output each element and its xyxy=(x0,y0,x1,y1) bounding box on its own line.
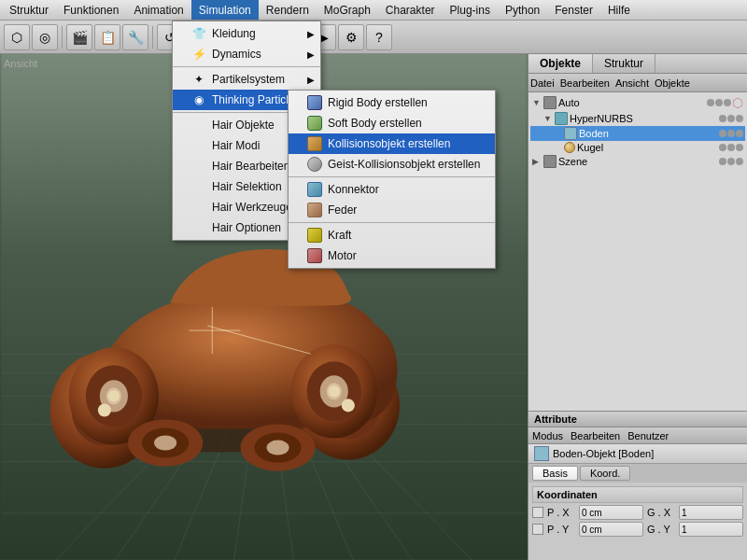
menu-struktur[interactable]: Struktur xyxy=(2,0,56,20)
soft-body-icon xyxy=(307,116,322,131)
tree-item-kugel[interactable]: Kugel xyxy=(530,141,745,154)
dd-konnektor[interactable]: Konnektor xyxy=(289,179,495,200)
attr-tab-koord[interactable]: Koord. xyxy=(580,466,630,481)
tree-expand-auto: ▼ xyxy=(532,98,542,107)
menu-mograph[interactable]: MoGraph xyxy=(317,0,378,20)
dd-hair-bearbeiten-label: Hair Bearbeiten xyxy=(212,160,289,173)
obj-toolbar-objekte[interactable]: Objekte xyxy=(655,77,690,89)
dd-motor[interactable]: Motor xyxy=(289,245,495,266)
menu-rendern[interactable]: Rendern xyxy=(259,0,317,20)
tree-extra-auto: ⬡ xyxy=(732,95,743,110)
toolbar-btn-4[interactable]: 📋 xyxy=(94,24,120,50)
toolbar-btn-2[interactable]: ◎ xyxy=(32,24,58,50)
attr-row-px: P . X 0 cm G . X 1 xyxy=(532,505,743,520)
attr-toolbar-benutzer[interactable]: Benutzer xyxy=(627,430,669,441)
obj-toolbar-ansicht[interactable]: Ansicht xyxy=(615,77,649,89)
attr-check-px[interactable] xyxy=(532,507,543,518)
attr-input-gy[interactable]: 1 xyxy=(679,522,743,537)
rigid-body-icon xyxy=(307,95,322,110)
attr-input-gx[interactable]: 1 xyxy=(679,505,743,520)
toolbar-sep-1 xyxy=(62,26,63,49)
attr-section-koordinaten: Koordinaten xyxy=(532,486,743,503)
tree-icons-kugel xyxy=(719,144,743,151)
dd-soft-body[interactable]: Soft Body erstellen xyxy=(289,113,495,133)
attr-tab-basis[interactable]: Basis xyxy=(532,466,578,481)
toolbar-btn-1[interactable]: ⬡ xyxy=(4,24,30,50)
dd-partikelsystem[interactable]: ✦ Partikelsystem ▶ xyxy=(173,69,320,90)
toolbar-btn-5[interactable]: 🔧 xyxy=(122,24,148,50)
attr-toolbar-bearbeiten[interactable]: Bearbeiten xyxy=(571,430,620,441)
toolbar-btn-3[interactable]: 🎬 xyxy=(66,24,92,50)
tree-item-boden[interactable]: Boden xyxy=(530,126,745,141)
dot2 xyxy=(727,144,735,151)
dd-geist[interactable]: Geist-Kollisionsobjekt erstellen xyxy=(289,154,495,175)
obj-toolbar-datei[interactable]: Datei xyxy=(530,77,555,89)
dd-hair-modi-label: Hair Modi xyxy=(212,139,260,152)
menu-charakter[interactable]: Charakter xyxy=(378,0,443,20)
kollision-icon xyxy=(307,136,322,151)
tree-icons-boden xyxy=(719,130,743,137)
attr-input-px[interactable]: 0 cm xyxy=(579,505,643,520)
menu-fenster[interactable]: Fenster xyxy=(547,0,600,20)
tree-icons-auto: ⬡ xyxy=(707,95,743,110)
sub-sep1 xyxy=(289,176,495,177)
dd-partikelsystem-label: Partikelsystem xyxy=(212,73,285,86)
attr-panel-title: Attribute xyxy=(529,412,747,427)
obj-toolbar-bearbeiten[interactable]: Bearbeiten xyxy=(560,77,610,89)
tree-icons-nurbs xyxy=(719,115,743,122)
attr-object-icon xyxy=(534,446,549,461)
attr-label-py: P . Y xyxy=(547,524,575,535)
partikelsystem-icon: ✦ xyxy=(191,72,206,87)
menu-funktionen[interactable]: Funktionen xyxy=(56,0,126,20)
toolbar-btn-settings[interactable]: ⚙ xyxy=(338,24,364,50)
dd-feder[interactable]: Feder xyxy=(289,200,495,220)
dot2 xyxy=(715,99,723,106)
obj-panel-toolbar: Datei Bearbeiten Ansicht Objekte xyxy=(529,74,747,92)
dd-soft-body-label: Soft Body erstellen xyxy=(328,117,422,130)
attr-input-py[interactable]: 0 cm xyxy=(579,522,643,537)
dd-hair-selektion-label: Hair Selektion xyxy=(212,180,282,193)
menu-animation[interactable]: Animation xyxy=(126,0,190,20)
tab-objekte[interactable]: Objekte xyxy=(529,54,593,73)
tree-label-nurbs: HyperNURBS xyxy=(570,113,717,124)
right-panel: Objekte Struktur Datei Bearbeiten Ansich… xyxy=(528,54,747,560)
dynamics-arrow: ▶ xyxy=(307,49,315,60)
hair-werkzeuge-icon xyxy=(191,200,206,215)
dd-rigid-body[interactable]: Rigid Body erstellen xyxy=(289,92,495,113)
viewport-label: Ansicht xyxy=(4,58,37,69)
dd-kraft[interactable]: Kraft xyxy=(289,225,495,245)
toolbar: ⬡ ◎ 🎬 📋 🔧 ↺ ↻ ✛ ↻ ⤡ ▶ ⚙ ? xyxy=(0,21,747,54)
dot3 xyxy=(736,144,743,151)
dd-kleidung-label: Kleidung xyxy=(212,27,256,40)
hair-bearbeiten-icon xyxy=(191,159,206,174)
dd-kraft-label: Kraft xyxy=(328,229,351,242)
dd-dynamics[interactable]: ⚡ Dynamics ▶ xyxy=(173,44,320,64)
tree-item-hypernurbs[interactable]: ▼ HyperNURBS xyxy=(530,111,745,126)
menu-hilfe[interactable]: Hilfe xyxy=(600,0,638,20)
toolbar-btn-help[interactable]: ? xyxy=(366,24,392,50)
dot1 xyxy=(707,99,714,106)
partikelsystem-arrow: ▶ xyxy=(307,75,315,85)
dd-hair-werkzeuge-label: Hair Werkzeuge xyxy=(212,201,292,214)
tree-item-szene[interactable]: ▶ Szene xyxy=(530,154,745,169)
dd-kleidung[interactable]: 👕 Kleidung ▶ xyxy=(173,23,320,44)
tree-label-auto: Auto xyxy=(558,97,705,108)
tab-struktur[interactable]: Struktur xyxy=(593,54,655,73)
attr-row-py: P . Y 0 cm G . Y 1 xyxy=(532,522,743,537)
hair-objekte-icon xyxy=(191,118,206,133)
attr-toolbar-modus[interactable]: Modus xyxy=(532,430,563,441)
dd-kollision[interactable]: Kollisionsobjekt erstellen xyxy=(289,133,495,154)
attr-check-py[interactable] xyxy=(532,524,543,535)
svg-point-45 xyxy=(342,399,355,412)
geist-icon xyxy=(307,157,322,172)
menu-python[interactable]: Python xyxy=(498,0,547,20)
menu-plugins[interactable]: Plug-ins xyxy=(443,0,498,20)
tree-item-auto[interactable]: ▼ Auto ⬡ xyxy=(530,94,745,111)
tree-icon-boden xyxy=(564,127,577,140)
menubar: Struktur Funktionen Animation Simulation… xyxy=(0,0,747,21)
hair-selektion-icon xyxy=(191,179,206,194)
menu-simulation[interactable]: Simulation xyxy=(191,0,259,20)
dot1 xyxy=(719,115,726,122)
dd-hair-objekte-label: Hair Objekte xyxy=(212,119,275,132)
attr-label-gy: G . Y xyxy=(647,524,675,535)
